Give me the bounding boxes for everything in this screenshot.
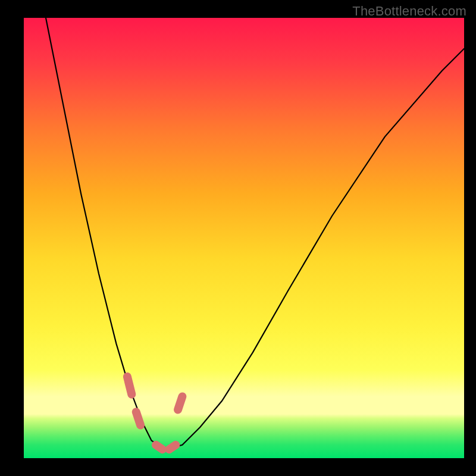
chart-frame: TheBottleneck.com — [0, 0, 476, 476]
highlight-right-riser-start — [169, 445, 176, 449]
gradient-background — [24, 18, 464, 458]
highlight-left-riser-start — [127, 377, 131, 394]
plot-svg — [24, 18, 464, 458]
highlight-right-riser — [178, 396, 182, 409]
highlight-trough-left — [136, 412, 140, 425]
highlight-trough-right — [156, 445, 162, 449]
plot-area — [24, 18, 464, 458]
watermark-text: TheBottleneck.com — [352, 4, 466, 19]
